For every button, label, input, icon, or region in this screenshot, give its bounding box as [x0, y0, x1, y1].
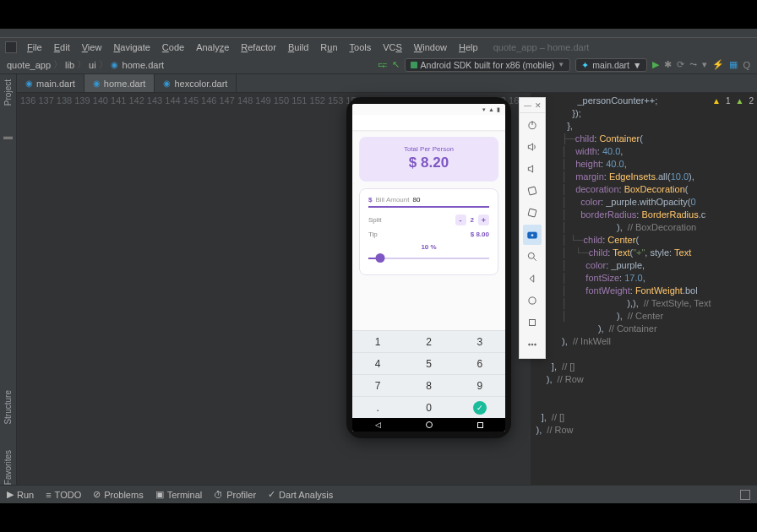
- bill-input[interactable]: $ Bill Amount80: [368, 196, 489, 208]
- tool-todo[interactable]: ≡ TODO: [46, 490, 81, 500]
- hot-reload-icon[interactable]: ⚡: [712, 59, 724, 70]
- tab-label: home.dart: [104, 79, 146, 89]
- home-button[interactable]: [426, 421, 433, 428]
- key-done[interactable]: ✓: [455, 396, 505, 418]
- menu-navigate[interactable]: Navigate: [108, 41, 155, 54]
- menu-refactor[interactable]: Refactor: [236, 41, 281, 54]
- tool-structure[interactable]: Structure: [3, 390, 13, 425]
- more-icon[interactable]: [523, 334, 542, 355]
- tool-profiler[interactable]: ⏱ Profiler: [214, 490, 256, 500]
- svg-rect-3: [528, 209, 536, 217]
- menu-vcs[interactable]: VCS: [378, 41, 407, 54]
- attach-debugger-icon[interactable]: ⮓: [378, 60, 387, 70]
- warning-count: 1: [726, 95, 731, 107]
- rotate-left-icon[interactable]: [523, 181, 542, 201]
- tab-home-dart[interactable]: ◉home.dart: [84, 74, 155, 92]
- rotate-right-icon[interactable]: [523, 203, 542, 223]
- coverage-icon[interactable]: ⟳: [677, 59, 684, 70]
- run-config-selector[interactable]: ✦ main.dart ▼: [575, 58, 647, 72]
- menu-analyze[interactable]: Analyze: [191, 41, 234, 54]
- back-icon[interactable]: [523, 269, 542, 289]
- back-button[interactable]: ◁: [375, 421, 381, 429]
- code-area[interactable]: _personCounter++; }); }, ├─child: Contai…: [531, 93, 711, 485]
- power-icon[interactable]: [523, 115, 542, 135]
- close-icon[interactable]: ✕: [535, 101, 542, 109]
- key-5[interactable]: 5: [403, 352, 454, 374]
- tip-slider[interactable]: [368, 252, 489, 264]
- status-bar: ▾▲▮: [352, 104, 505, 115]
- bill-value: 80: [412, 196, 420, 204]
- key-1[interactable]: 1: [352, 330, 403, 352]
- menu-bar: File Edit View Navigate Code Analyze Ref…: [0, 37, 757, 56]
- key-4[interactable]: 4: [352, 352, 403, 374]
- overview-icon[interactable]: [523, 312, 542, 333]
- zoom-icon[interactable]: [523, 247, 542, 267]
- slider-thumb-icon[interactable]: [376, 253, 385, 263]
- tool-project[interactable]: Project: [3, 79, 13, 106]
- menu-window[interactable]: Window: [409, 41, 452, 54]
- hammer-icon[interactable]: ↖: [392, 59, 400, 70]
- breadcrumb: quote_app〉 lib〉 ui〉 ◉ home.dart: [7, 58, 164, 71]
- ide-logo-icon: [5, 41, 17, 53]
- tab-main-dart[interactable]: ◉main.dart: [17, 74, 84, 92]
- run-icon[interactable]: ▶: [652, 59, 659, 70]
- crumb-project[interactable]: quote_app: [7, 60, 51, 70]
- menu-view[interactable]: View: [77, 41, 107, 54]
- volume-up-icon[interactable]: [523, 137, 542, 157]
- key-8[interactable]: 8: [403, 374, 454, 396]
- run-config-label: main.dart: [592, 60, 629, 70]
- event-log-icon[interactable]: [740, 490, 750, 500]
- tool-run[interactable]: ▶ Run: [7, 489, 34, 500]
- svg-point-10: [529, 344, 531, 345]
- crumb-file[interactable]: home.dart: [123, 60, 165, 70]
- volume-down-icon[interactable]: [523, 159, 542, 179]
- key-3[interactable]: 3: [455, 330, 505, 352]
- menu-file[interactable]: File: [22, 41, 47, 54]
- crumb-lib[interactable]: lib: [65, 60, 74, 70]
- search-icon[interactable]: Q: [743, 60, 750, 70]
- chevron-down-icon[interactable]: ▾: [702, 59, 707, 70]
- overview-button[interactable]: [477, 422, 483, 428]
- stop-icon[interactable]: ⤳: [689, 59, 697, 70]
- key-2[interactable]: 2: [403, 330, 454, 352]
- emulator-controls: — ✕: [519, 97, 546, 359]
- svg-point-5: [531, 234, 534, 237]
- flutter-icon: ✦: [581, 60, 589, 70]
- chevron-down-icon: ▼: [558, 61, 564, 68]
- menu-run[interactable]: Run: [315, 41, 342, 54]
- menu-tools[interactable]: Tools: [345, 41, 377, 54]
- home-icon[interactable]: [523, 290, 542, 311]
- tab-hexcolor-dart[interactable]: ◉hexcolor.dart: [155, 74, 237, 92]
- weak-warning-count: 2: [749, 95, 754, 107]
- tool-dart-analysis[interactable]: ✓ Dart Analysis: [268, 489, 333, 500]
- increment-button[interactable]: +: [478, 214, 489, 225]
- crumb-ui[interactable]: ui: [89, 60, 96, 70]
- warning-icon: ▲: [712, 95, 721, 107]
- tool-terminal[interactable]: ▣ Terminal: [155, 489, 203, 500]
- emulator-screen[interactable]: ▾▲▮ Total Per Person $ 8.20 $ Bill Amoun…: [352, 104, 505, 432]
- inspection-summary[interactable]: ▲1 ▲2: [712, 95, 754, 107]
- decrement-button[interactable]: -: [455, 214, 466, 225]
- key-9[interactable]: 9: [455, 374, 505, 396]
- menu-build[interactable]: Build: [283, 41, 313, 54]
- svg-point-12: [535, 344, 536, 345]
- key-.[interactable]: .: [352, 396, 403, 418]
- tip-label: Tip: [368, 231, 378, 238]
- tool-problems[interactable]: ⊘ Problems: [93, 489, 143, 500]
- tool-favorites[interactable]: Favorites: [3, 450, 13, 485]
- android-nav-bar: ◁: [352, 418, 505, 432]
- numeric-keypad: 123456789.0✓: [352, 330, 505, 418]
- key-0[interactable]: 0: [403, 396, 454, 418]
- key-7[interactable]: 7: [352, 374, 403, 396]
- key-6[interactable]: 6: [455, 352, 505, 374]
- minimize-icon[interactable]: —: [524, 101, 531, 109]
- svg-point-11: [531, 344, 533, 345]
- menu-edit[interactable]: Edit: [49, 41, 75, 54]
- menu-code[interactable]: Code: [157, 41, 189, 54]
- devtools-icon[interactable]: ▦: [729, 59, 738, 70]
- debug-icon[interactable]: ✱: [664, 59, 672, 70]
- menu-help[interactable]: Help: [454, 41, 483, 54]
- camera-icon[interactable]: [523, 225, 542, 245]
- device-selector[interactable]: Android SDK built for x86 (mobile) ▼: [405, 58, 571, 72]
- app-bar: [352, 115, 505, 130]
